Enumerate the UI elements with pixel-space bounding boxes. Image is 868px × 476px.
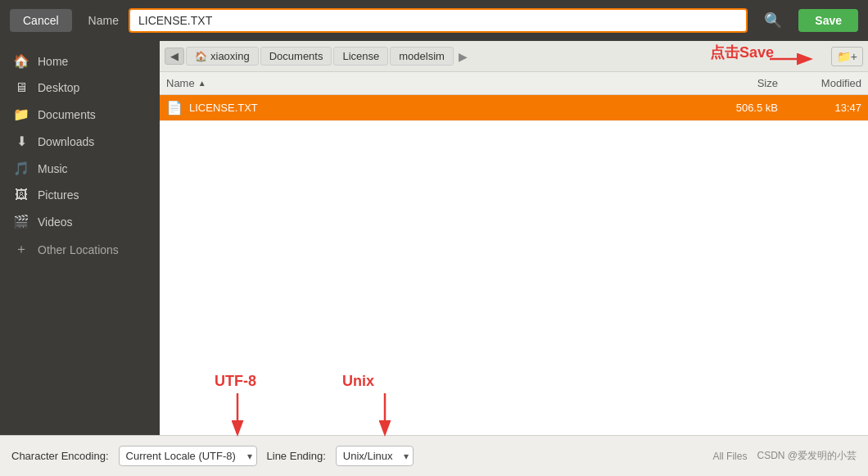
sidebar-item-videos[interactable]: 🎬 Videos: [0, 208, 160, 235]
col-header-name[interactable]: Name ▲: [166, 77, 714, 89]
sidebar-item-documents[interactable]: 📁 Documents: [0, 101, 160, 128]
lineending-label: Line Ending:: [267, 450, 326, 462]
breadcrumb-home-label: xiaoxing: [210, 50, 250, 62]
breadcrumb-documents-label: Documents: [269, 50, 323, 62]
add-icon: ＋: [13, 241, 29, 258]
sidebar-item-music[interactable]: 🎵 Music: [0, 155, 160, 182]
sidebar-label-videos: Videos: [38, 215, 73, 229]
desktop-icon: 🖥: [13, 80, 29, 95]
new-folder-button[interactable]: 📁+: [831, 47, 863, 66]
filter-label: All Files: [712, 451, 747, 462]
encoding-label: Character Encoding:: [11, 450, 109, 462]
col-header-size[interactable]: Size: [714, 77, 788, 89]
encoding-select[interactable]: Current Locale (UTF-8) UTF-8 UTF-16 ISO-…: [119, 446, 257, 466]
sidebar-label-downloads: Downloads: [38, 135, 94, 148]
breadcrumb-documents[interactable]: Documents: [260, 47, 332, 66]
col-header-modified[interactable]: Modified: [788, 77, 861, 89]
breadcrumb-home[interactable]: 🏠 xiaoxing: [186, 47, 259, 66]
sidebar-label-documents: Documents: [38, 108, 96, 121]
sidebar-label-other: Other Locations: [38, 243, 119, 256]
file-list: 📄 LICENSE.TXT 506.5 kB 13:47: [160, 95, 868, 435]
breadcrumb-license[interactable]: License: [333, 47, 388, 66]
documents-icon: 📁: [13, 107, 29, 122]
cancel-button[interactable]: Cancel: [10, 9, 72, 32]
top-bar: Cancel Name 🔍 Save: [0, 0, 868, 41]
pictures-icon: 🖼: [13, 188, 29, 202]
breadcrumb-bar: ◀ 🏠 xiaoxing Documents License modelsim …: [160, 41, 868, 72]
breadcrumb-more-arrow[interactable]: ▶: [455, 48, 471, 65]
breadcrumb-modelsim[interactable]: modelsim: [390, 47, 454, 66]
sidebar-item-downloads[interactable]: ⬇ Downloads: [0, 128, 160, 155]
bottom-bar: Character Encoding: Current Locale (UTF-…: [0, 435, 868, 476]
file-modified: 13:47: [788, 102, 861, 114]
sidebar-item-home[interactable]: 🏠 Home: [0, 48, 160, 75]
sidebar-label-home: Home: [38, 55, 68, 68]
sidebar-item-pictures[interactable]: 🖼 Pictures: [0, 182, 160, 208]
sidebar-item-desktop[interactable]: 🖥 Desktop: [0, 75, 160, 101]
file-size: 506.5 kB: [714, 102, 788, 114]
column-headers: Name ▲ Size Modified: [160, 72, 868, 95]
encoding-select-wrapper: Current Locale (UTF-8) UTF-8 UTF-16 ISO-…: [119, 446, 257, 466]
home-icon: 🏠: [13, 53, 29, 69]
sidebar-label-desktop: Desktop: [38, 81, 79, 94]
filename-input[interactable]: [129, 8, 748, 33]
file-name: LICENSE.TXT: [189, 102, 714, 114]
breadcrumb-license-label: License: [342, 50, 379, 62]
lineending-select-wrapper: Unix/Linux Windows Mac OS: [336, 446, 414, 466]
breadcrumb-home-icon: 🏠: [195, 51, 207, 62]
sidebar: 🏠 Home 🖥 Desktop 📁 Documents ⬇ Downloads…: [0, 41, 160, 435]
table-row[interactable]: 📄 LICENSE.TXT 506.5 kB 13:47: [160, 95, 868, 121]
main-area: 🏠 Home 🖥 Desktop 📁 Documents ⬇ Downloads…: [0, 41, 868, 435]
name-label: Name: [88, 14, 119, 27]
lineending-select[interactable]: Unix/Linux Windows Mac OS: [336, 446, 414, 466]
videos-icon: 🎬: [13, 214, 29, 229]
save-button[interactable]: Save: [798, 9, 858, 32]
file-icon: 📄: [166, 100, 184, 116]
sidebar-label-music: Music: [38, 162, 68, 175]
search-button[interactable]: 🔍: [757, 8, 789, 33]
file-pane: ◀ 🏠 xiaoxing Documents License modelsim …: [160, 41, 868, 435]
sidebar-label-pictures: Pictures: [38, 188, 79, 202]
downloads-icon: ⬇: [13, 134, 29, 149]
csdn-watermark: CSDN @爱发明的小芸: [757, 449, 857, 463]
nav-back-button[interactable]: ◀: [165, 48, 184, 65]
breadcrumb-modelsim-label: modelsim: [399, 50, 445, 62]
sidebar-item-other-locations[interactable]: ＋ Other Locations: [0, 235, 160, 264]
music-icon: 🎵: [13, 161, 29, 176]
sort-arrow: ▲: [198, 79, 206, 88]
